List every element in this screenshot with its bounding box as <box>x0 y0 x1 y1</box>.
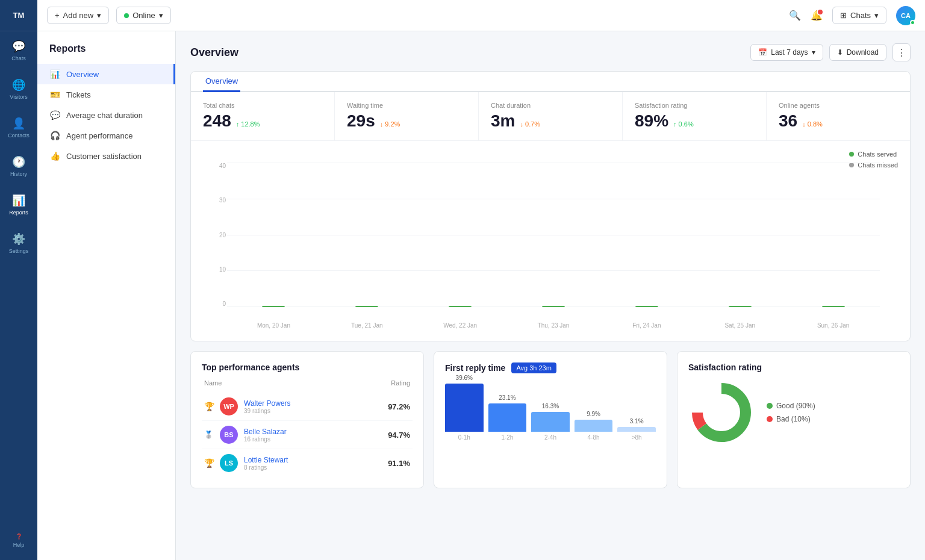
nav-item-history[interactable]: 🕐 History <box>0 147 37 185</box>
overview-actions: 📅 Last 7 days ▾ ⬇ Download ⋮ <box>750 43 911 61</box>
download-label: Download <box>847 48 879 57</box>
chats-button[interactable]: ⊞ Chats ▾ <box>832 7 886 24</box>
sidebar-item-customer-satisfaction[interactable]: 👍 Customer satisfaction <box>37 146 175 166</box>
sat-legend-good: Good (90%) <box>767 402 815 410</box>
satisfaction-title: Satisfaction rating <box>688 362 899 372</box>
user-avatar[interactable]: CA <box>896 6 915 25</box>
sidebar: Reports 📊 Overview 🎫 Tickets 💬 Average c… <box>37 31 176 560</box>
more-options-button[interactable]: ⋮ <box>892 43 911 61</box>
stat-online-agents: Online agents 36 ↓ 0.8% <box>767 92 910 140</box>
agent-info-0: Walter Powers 39 ratings <box>244 399 382 414</box>
reply-label-gt8h: >8h <box>632 434 642 441</box>
stat-value-satisfaction-rating: 89% <box>635 111 668 131</box>
nav-item-chats[interactable]: 💬 Chats <box>0 31 37 70</box>
user-initials: CA <box>901 12 911 19</box>
sidebar-item-overview[interactable]: 📊 Overview <box>37 64 175 84</box>
contacts-icon: 👤 <box>12 117 25 130</box>
bar-thu <box>542 306 565 307</box>
reply-bar-1-2h: 23.1% 1-2h <box>488 394 527 441</box>
tab-overview[interactable]: Overview <box>203 72 240 92</box>
bottom-row: Top performance agents Name Rating 🏆 WP … <box>190 351 911 488</box>
avg-chat-icon: 💬 <box>49 110 60 120</box>
good-dot <box>767 403 773 409</box>
stats-row: Total chats 248 ↑ 12.8% Waiting time 29s… <box>191 92 910 141</box>
good-label: Good (90%) <box>776 402 815 410</box>
perf-table-header: Name Rating <box>202 379 413 387</box>
sidebar-label-tickets: Tickets <box>66 90 91 99</box>
bar-tue <box>355 306 378 307</box>
sidebar-item-avg-chat-duration[interactable]: 💬 Average chat duration <box>37 105 175 125</box>
bar-group-mon <box>227 306 320 307</box>
stat-label-waiting-time: Waiting time <box>347 102 466 109</box>
stat-value-row-chat-duration: 3m ↓ 0.7% <box>491 111 610 131</box>
agent-perf-icon: 🎧 <box>49 131 60 140</box>
add-new-chevron-icon: ▾ <box>97 11 101 20</box>
nav-label-contacts: Contacts <box>8 132 30 138</box>
reply-bar-2-4h: 16.3% 2-4h <box>531 403 570 441</box>
bar-chart: 40 30 20 10 0 <box>203 151 898 331</box>
agent-info-2: Lottie Stewart 8 ratings <box>244 456 382 471</box>
online-label: Online <box>132 11 155 20</box>
reply-pct-1-2h: 23.1% <box>499 394 515 401</box>
icon-navigation: TM 💬 Chats 🌐 Visitors 👤 Contacts 🕐 Histo… <box>0 0 37 560</box>
x-axis-labels: Mon, 20 Jan Tue, 21 Jan Wed, 22 Jan Thu,… <box>227 322 880 329</box>
reply-bars: 39.6% 0-1h 23.1% 1-2h 16.3% <box>445 381 656 441</box>
agent-ratings-2: 8 ratings <box>244 464 382 471</box>
chats-chevron-icon: ▾ <box>874 11 879 20</box>
bar-group-fri <box>600 306 693 307</box>
nav-item-help[interactable]: ❓ Help <box>0 521 37 560</box>
agent-info-1: Belle Salazar 16 ratings <box>244 428 382 443</box>
reply-label-0-1h: 0-1h <box>458 434 470 441</box>
bar-sat <box>729 306 752 307</box>
reply-chart: 39.6% 0-1h 23.1% 1-2h 16.3% <box>445 381 656 441</box>
y-label-20: 20 <box>209 232 226 238</box>
download-button[interactable]: ⬇ Download <box>829 44 886 61</box>
user-status-dot <box>910 20 915 25</box>
y-label-30: 30 <box>209 197 226 204</box>
col-rating-label: Rating <box>391 379 410 387</box>
nav-item-settings[interactable]: ⚙️ Settings <box>0 224 37 263</box>
bar-sun <box>822 306 845 307</box>
satisfaction-legend: Good (90%) Bad (10%) <box>767 402 815 423</box>
bar-fri <box>635 306 658 307</box>
trophy-icon-1: 🥈 <box>204 431 214 439</box>
reports-icon: 📊 <box>12 194 25 207</box>
reply-header: First reply time Avg 3h 23m <box>445 362 656 373</box>
help-icon: ❓ <box>16 534 22 540</box>
stats-chart-card: Overview Total chats 248 ↑ 12.8% Waiting… <box>190 71 911 341</box>
online-status-button[interactable]: Online ▾ <box>116 7 171 24</box>
chats-label: Chats <box>850 11 871 20</box>
nav-label-help: Help <box>13 542 25 548</box>
agent-row-0: 🏆 WP Walter Powers 39 ratings 97.2% <box>202 393 413 421</box>
notifications-icon[interactable]: 🔔 <box>811 10 823 21</box>
agent-score-1: 94.7% <box>388 431 410 440</box>
content-area: Reports 📊 Overview 🎫 Tickets 💬 Average c… <box>37 31 925 560</box>
top-agents-title: Top performance agents <box>202 362 413 372</box>
stat-value-total-chats: 248 <box>203 111 231 131</box>
nav-item-reports[interactable]: 📊 Reports <box>0 185 37 224</box>
bar-group-sun <box>786 306 880 307</box>
sidebar-item-agent-performance[interactable]: 🎧 Agent performance <box>37 125 175 146</box>
sat-legend-bad: Bad (10%) <box>767 415 815 423</box>
x-label-wed: Wed, 22 Jan <box>414 322 507 329</box>
add-new-label: Add new <box>63 11 94 20</box>
x-label-sun: Sun, 26 Jan <box>786 322 880 329</box>
x-label-thu: Thu, 23 Jan <box>507 322 600 329</box>
stat-change-chat-duration: ↓ 0.7% <box>520 120 540 128</box>
add-new-button[interactable]: + Add new ▾ <box>47 7 109 24</box>
calendar-icon: 📅 <box>758 48 767 57</box>
nav-label-visitors: Visitors <box>10 94 27 100</box>
agent-name-1: Belle Salazar <box>244 428 382 436</box>
stat-satisfaction-rating: Satisfaction rating 89% ↑ 0.6% <box>623 92 767 140</box>
reply-bar-0-1h: 39.6% 0-1h <box>445 375 484 441</box>
reply-pct-0-1h: 39.6% <box>456 375 473 381</box>
stat-change-waiting-time: ↓ 9.2% <box>380 120 400 128</box>
sidebar-item-tickets[interactable]: 🎫 Tickets <box>37 84 175 105</box>
overview-title: Overview <box>190 46 238 59</box>
nav-item-visitors[interactable]: 🌐 Visitors <box>0 70 37 108</box>
nav-item-contacts[interactable]: 👤 Contacts <box>0 108 37 147</box>
search-icon[interactable]: 🔍 <box>789 10 801 21</box>
date-filter-button[interactable]: 📅 Last 7 days ▾ <box>750 44 823 61</box>
sidebar-label-overview: Overview <box>66 70 99 79</box>
col-name-label: Name <box>204 379 222 387</box>
